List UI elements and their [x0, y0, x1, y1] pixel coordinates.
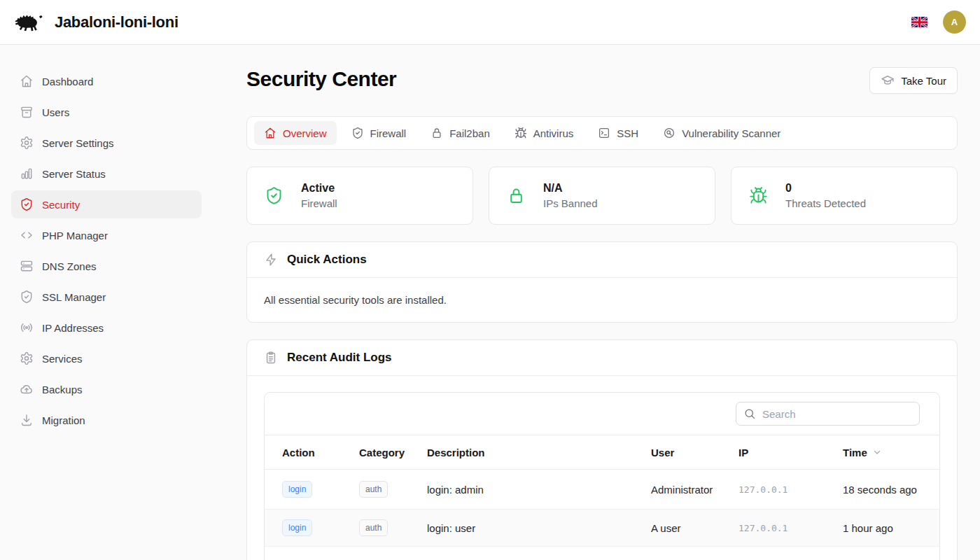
server-stack-icon — [20, 259, 34, 273]
sidebar-item[interactable]: DNS Zones — [11, 252, 202, 280]
sidebar-item[interactable]: PHP Manager — [11, 221, 202, 249]
tab-label: Antivirus — [533, 127, 574, 139]
brand[interactable]: Jabaloni-loni-loni — [13, 9, 178, 36]
shield-check-icon — [265, 186, 284, 205]
bar-chart-icon — [20, 167, 34, 181]
take-tour-button[interactable]: Take Tour — [869, 67, 958, 94]
sidebar-item[interactable]: Dashboard — [11, 67, 202, 95]
top-header: Jabaloni-loni-loni A — [0, 0, 980, 45]
column-header-action[interactable]: Action — [265, 447, 359, 458]
status-card: Active Firewall — [246, 167, 473, 225]
lock-icon — [430, 127, 443, 139]
audit-logs-title: Recent Audit Logs — [287, 351, 392, 365]
shield-check-icon — [20, 197, 34, 211]
status-value: N/A — [543, 182, 598, 195]
bug-icon — [514, 127, 527, 139]
avatar[interactable]: A — [943, 10, 966, 34]
status-cards: Active Firewall N/A IPs Banned 0 Threats… — [246, 167, 958, 225]
action-badge[interactable]: login — [282, 481, 312, 498]
cloud-upload-icon — [20, 382, 34, 396]
time-cell: 18 seconds ago — [843, 484, 939, 496]
tab[interactable]: Fail2ban — [421, 121, 500, 145]
clipboard-icon — [264, 351, 278, 365]
tab[interactable]: Vulnerability Scanner — [653, 121, 790, 145]
search-input[interactable] — [762, 408, 912, 420]
boar-logo-icon — [13, 9, 45, 36]
broadcast-icon — [20, 321, 34, 335]
sidebar-item-label: Security — [42, 199, 80, 211]
time-cell: 1 hour ago — [843, 522, 939, 534]
sidebar-item[interactable]: Server Settings — [11, 129, 202, 157]
users-archive-icon — [20, 105, 34, 119]
sidebar-item-label: Server Status — [42, 168, 106, 180]
table-body: login auth login: admin Administrator 12… — [265, 470, 939, 560]
search-box — [736, 402, 920, 426]
sidebar-item-label: PHP Manager — [42, 230, 108, 241]
tab[interactable]: Antivirus — [505, 121, 584, 145]
sidebar-item[interactable]: Services — [11, 344, 202, 372]
sidebar-item[interactable]: Server Status — [11, 160, 202, 188]
category-badge: auth — [359, 481, 388, 498]
sidebar-item-label: Services — [42, 353, 83, 365]
home-icon — [264, 127, 276, 139]
status-label: IPs Banned — [543, 197, 598, 209]
description-cell: login: admin — [427, 484, 651, 496]
main-content: Security Center Take Tour Overview Firew… — [213, 45, 980, 560]
sidebar-item[interactable]: Backups — [11, 375, 202, 403]
lightning-icon — [264, 253, 278, 267]
tab[interactable]: SSH — [588, 121, 648, 145]
sidebar-item-label: Dashboard — [42, 76, 93, 88]
code-icon — [20, 228, 34, 242]
download-icon — [20, 413, 34, 427]
brand-title: Jabaloni-loni-loni — [55, 13, 178, 31]
column-header-ip[interactable]: IP — [738, 447, 843, 458]
sidebar-item[interactable]: IP Addresses — [11, 314, 202, 342]
gear-icon — [20, 136, 34, 150]
graduation-cap-icon — [881, 74, 895, 88]
tab-label: Fail2ban — [449, 127, 490, 139]
audit-logs-card: Recent Audit Logs Action Category Descri… — [246, 340, 958, 560]
shield-check-icon — [351, 127, 364, 139]
tab[interactable]: Firewall — [342, 121, 416, 145]
status-label: Threats Detected — [785, 197, 866, 209]
quick-actions-card: Quick Actions All essential security too… — [246, 241, 958, 323]
sidebar-item-label: SSL Manager — [42, 291, 106, 303]
sidebar-item-label: Server Settings — [42, 137, 114, 149]
status-label: Firewall — [301, 197, 337, 209]
page-title: Security Center — [246, 67, 396, 91]
terminal-icon — [598, 127, 610, 139]
column-header-description[interactable]: Description — [427, 447, 651, 458]
sidebar-item[interactable]: Security — [11, 190, 202, 218]
gear-icon — [20, 351, 34, 365]
scan-search-icon — [663, 127, 676, 139]
lock-icon — [507, 186, 526, 205]
ip-cell: 127.0.0.1 — [738, 484, 843, 495]
sidebar-item[interactable]: Migration — [11, 406, 202, 434]
status-card: 0 Threats Detected — [731, 167, 958, 225]
column-header-category[interactable]: Category — [359, 447, 427, 458]
table-row: login auth login: admin Administrator 12… — [265, 470, 939, 510]
sidebar-item[interactable]: Users — [11, 98, 202, 126]
sidebar: Dashboard Users Server Settings Server S… — [0, 45, 213, 560]
search-icon — [743, 407, 756, 420]
audit-table: Action Category Description User IP Time… — [264, 392, 940, 560]
sidebar-item[interactable]: SSL Manager — [11, 283, 202, 311]
user-cell: Administrator — [651, 484, 738, 496]
security-tabs: Overview Firewall Fail2ban Antivirus SSH… — [246, 116, 958, 150]
shield-check-icon — [20, 290, 34, 304]
tab[interactable]: Overview — [254, 121, 337, 145]
user-cell: A user — [651, 522, 738, 534]
description-cell: login: user — [427, 522, 651, 534]
quick-actions-title: Quick Actions — [287, 253, 367, 267]
language-flag-uk-icon[interactable] — [911, 17, 927, 28]
bug-icon — [749, 186, 768, 205]
table-row: login auth login: user A user 127.0.0.1 … — [265, 510, 939, 547]
tab-label: Overview — [283, 127, 327, 139]
quick-actions-message: All essential security tools are install… — [264, 294, 940, 306]
sidebar-item-label: IP Addresses — [42, 322, 104, 334]
column-header-time[interactable]: Time — [843, 447, 939, 458]
tab-label: Firewall — [370, 127, 407, 139]
action-badge[interactable]: login — [282, 519, 312, 536]
column-header-user[interactable]: User — [651, 447, 738, 458]
ip-cell: 127.0.0.1 — [738, 523, 843, 533]
